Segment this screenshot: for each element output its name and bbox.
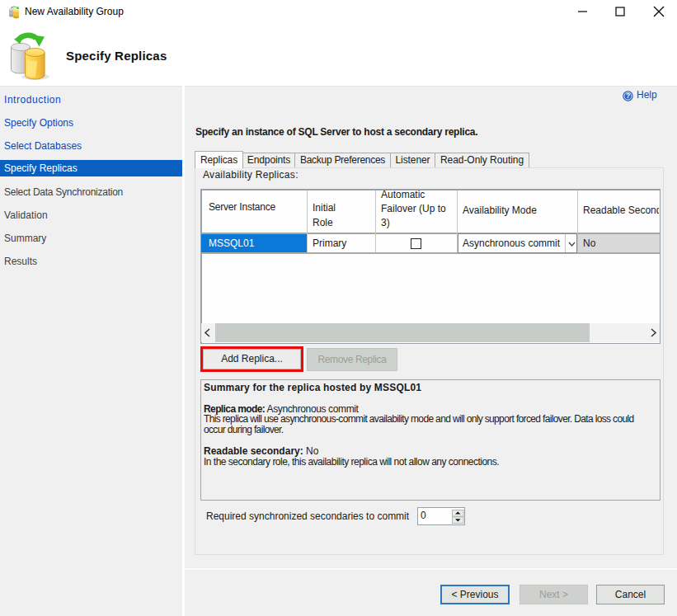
svg-text:?: ? [626, 92, 630, 100]
